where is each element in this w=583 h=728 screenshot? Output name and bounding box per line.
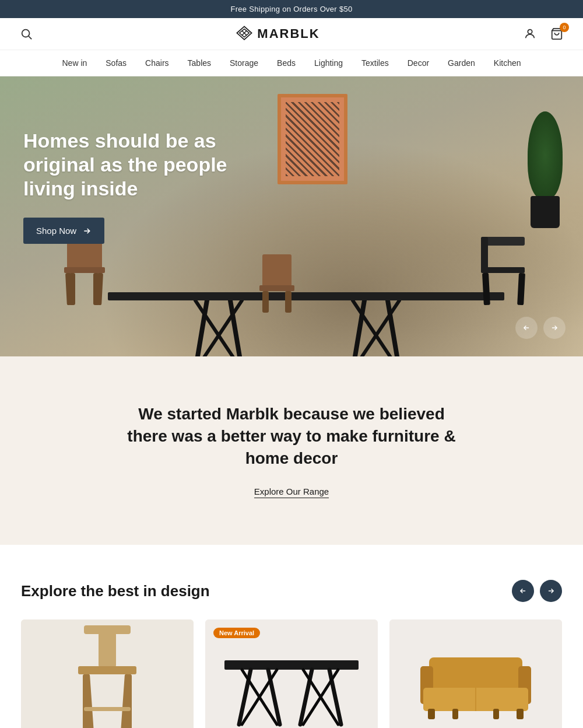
- product-card-3[interactable]: [389, 620, 562, 728]
- announcement-bar: Free Shipping on Orders Over $50: [0, 0, 583, 18]
- product-card-2[interactable]: New Arrival: [205, 620, 378, 728]
- products-next-button[interactable]: [540, 580, 562, 602]
- sofa-product-svg: [417, 646, 534, 722]
- plant-leaf: [528, 111, 563, 199]
- svg-rect-17: [64, 267, 105, 273]
- nav-item-sofas[interactable]: Sofas: [106, 58, 127, 68]
- products-grid: New Arrival: [21, 620, 562, 728]
- table-legs-svg: [160, 300, 452, 356]
- svg-rect-24: [262, 291, 269, 313]
- svg-line-45: [239, 670, 251, 724]
- arrow-right-icon-2: [550, 324, 559, 332]
- products-section-title: Explore the best in design: [21, 582, 210, 600]
- product-image-2: New Arrival: [205, 620, 378, 728]
- logo-icon: [236, 26, 252, 42]
- plant-pot: [531, 196, 560, 228]
- svg-rect-58: [428, 709, 435, 719]
- products-prev-button[interactable]: [512, 580, 534, 602]
- hero-chair-left: [61, 237, 108, 313]
- table-product-svg: [222, 637, 361, 728]
- hero-carousel-controls: [515, 317, 566, 339]
- mission-text: We started Marblk because we believed th…: [122, 403, 461, 469]
- product-image-1: [21, 620, 194, 728]
- search-area: [17, 25, 35, 43]
- hero-section: Homes should be as original as the peopl…: [0, 76, 583, 356]
- main-nav: New in Sofas Chairs Tables Storage Beds …: [0, 50, 583, 76]
- svg-rect-30: [517, 273, 525, 306]
- arrow-right-icon: [82, 226, 92, 236]
- announcement-text: Free Shipping on Orders Over $50: [230, 5, 352, 13]
- chair-product-svg: [66, 625, 148, 728]
- svg-rect-20: [69, 273, 75, 305]
- svg-line-1: [29, 36, 31, 39]
- hero-text-area: Homes should be as original as the peopl…: [23, 129, 233, 244]
- search-button[interactable]: [17, 25, 35, 43]
- nav-item-tables[interactable]: Tables: [188, 58, 211, 68]
- svg-rect-21: [93, 273, 99, 305]
- hero-prev-button[interactable]: [515, 317, 538, 339]
- nav-item-decor[interactable]: Decor: [408, 58, 429, 68]
- arrow-left-icon-2: [519, 587, 527, 595]
- svg-rect-25: [285, 291, 292, 313]
- svg-rect-59: [517, 709, 524, 719]
- product-image-3: [389, 620, 562, 728]
- hero-painting-decoration: [278, 94, 347, 184]
- products-section: Explore the best in design: [0, 545, 583, 728]
- hero-plant-decoration: [525, 111, 566, 228]
- header: MARBLK 0: [0, 18, 583, 50]
- logo-area: MARBLK: [236, 26, 319, 42]
- svg-rect-37: [99, 632, 116, 667]
- products-carousel-controls: [512, 580, 562, 602]
- products-header: Explore the best in design: [21, 580, 562, 602]
- nav-item-kitchen[interactable]: Kitchen: [494, 58, 521, 68]
- svg-rect-43: [84, 707, 131, 711]
- hero-headline: Homes should be as original as the peopl…: [23, 129, 233, 200]
- svg-point-6: [528, 30, 532, 34]
- svg-rect-27: [481, 237, 488, 272]
- hero-next-button[interactable]: [543, 317, 566, 339]
- nav-item-storage[interactable]: Storage: [230, 58, 258, 68]
- arrow-right-icon-3: [547, 587, 555, 595]
- header-actions: 0: [521, 25, 566, 43]
- explore-range-link[interactable]: Explore Our Range: [254, 487, 329, 498]
- new-arrival-badge: New Arrival: [213, 628, 260, 638]
- svg-line-46: [268, 670, 280, 724]
- svg-rect-53: [429, 657, 522, 692]
- nav-item-new-in[interactable]: New in: [62, 58, 87, 68]
- hero-chair-right: [478, 237, 531, 313]
- svg-line-49: [300, 670, 312, 724]
- logo-text: MARBLK: [257, 26, 319, 41]
- nav-item-lighting[interactable]: Lighting: [314, 58, 343, 68]
- svg-line-50: [329, 670, 341, 724]
- svg-point-0: [22, 30, 30, 37]
- search-icon: [20, 27, 33, 40]
- nav-item-textiles[interactable]: Textiles: [361, 58, 389, 68]
- arrow-left-icon: [522, 324, 531, 332]
- account-button[interactable]: [521, 25, 539, 43]
- svg-rect-60: [452, 709, 458, 719]
- cart-wrapper: 0: [548, 25, 566, 43]
- shop-now-button[interactable]: Shop Now: [23, 218, 104, 244]
- cart-badge: 0: [560, 23, 569, 32]
- nav-item-beds[interactable]: Beds: [277, 58, 296, 68]
- hero-chair-center: [254, 254, 300, 313]
- nav-item-chairs[interactable]: Chairs: [145, 58, 168, 68]
- svg-rect-22: [262, 254, 292, 286]
- svg-rect-29: [482, 273, 490, 306]
- svg-rect-38: [78, 666, 136, 674]
- nav-item-garden[interactable]: Garden: [448, 58, 475, 68]
- svg-rect-61: [493, 709, 499, 719]
- product-card-1[interactable]: [21, 620, 194, 728]
- account-icon: [524, 27, 536, 40]
- mission-section: We started Marblk because we believed th…: [0, 356, 583, 545]
- svg-rect-28: [481, 267, 525, 273]
- svg-rect-23: [259, 285, 294, 291]
